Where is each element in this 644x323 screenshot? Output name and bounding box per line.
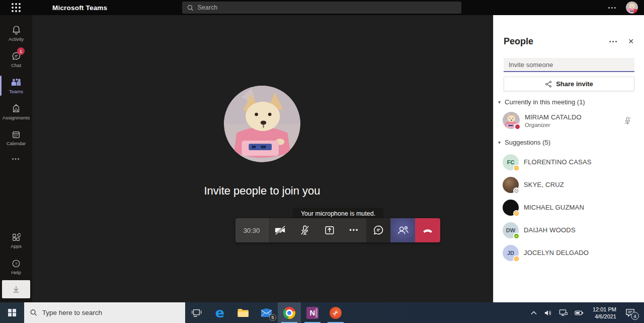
mail-unread-badge: 5 [269,314,276,321]
app-rail: Activity 1 Chat Teams Assignments Calend… [0,15,32,302]
invite-heading: Invite people to join you [162,184,363,198]
status-available-icon [513,233,520,239]
suggestion-row[interactable]: FC FLORENTINO CASAS [494,151,644,173]
participant-row-organizer[interactable]: MIRIAM CATALDO Organizer [494,111,644,130]
windows-taskbar: e 5 N ✂ 12:01 PM 4/6/2021 4 [0,302,644,323]
sidebar-item-teams[interactable]: Teams [0,73,32,99]
edge-button[interactable]: e [208,302,231,323]
mic-off-icon [299,225,310,236]
search-icon [187,5,194,11]
tray-chevron-up-icon[interactable] [531,311,537,315]
volume-icon[interactable] [544,309,552,316]
hangup-button[interactable] [415,218,440,242]
status-away-icon [513,255,520,262]
status-busy-icon [514,123,521,130]
windows-logo-icon [8,309,16,317]
suggestion-row[interactable]: SKYE, CRUZ [494,173,644,196]
file-explorer-button[interactable] [231,302,255,323]
avatar [503,200,519,216]
share-screen-button[interactable] [317,218,342,242]
meeting-chat-icon [372,224,384,236]
teams-titlebar: Microsoft Teams ••• [0,0,644,15]
avatar [503,177,519,193]
calendar-icon [12,130,21,139]
taskbar-search-input[interactable] [42,309,179,316]
meeting-participant-avatar [224,86,300,162]
rail-more-button[interactable]: ••• [12,151,21,166]
mail-button[interactable]: 5 [255,302,278,323]
chrome-icon [283,307,295,319]
busy-presence-dot [633,9,638,14]
snipping-tool-button[interactable]: ✂ [324,302,347,323]
meeting-toolbar: 30:30 ••• [235,218,440,242]
people-icon [396,225,410,236]
action-center-button[interactable]: 4 [625,308,639,317]
sidebar-item-apps[interactable]: Apps [0,228,32,254]
topbar-more-button[interactable]: ••• [608,5,617,11]
notification-count-badge: 4 [631,312,639,320]
collapse-caret-icon: ▾ [498,140,501,145]
avatar: FC [503,154,519,170]
sidebar-item-calendar[interactable]: Calendar [0,125,32,151]
camera-off-button[interactable] [268,218,293,242]
battery-icon[interactable] [575,310,584,316]
teams-search-box[interactable] [182,2,461,14]
avatar-photo [224,86,300,162]
invite-someone-input[interactable] [504,58,634,72]
network-icon[interactable] [559,309,568,316]
participant-role: Organizer [525,122,582,128]
clock-date: 4/6/2021 [593,313,616,320]
people-panel: People ••• ✕ Share invite ▾ Currently in… [493,15,644,302]
apps-icon [12,233,21,242]
collapse-caret-icon: ▾ [498,99,501,105]
share-icon [545,81,552,88]
more-actions-button[interactable]: ••• [342,218,366,242]
panel-close-button[interactable]: ✕ [628,37,634,45]
task-view-icon [191,308,202,318]
suggestion-row[interactable]: DW DAIJAH WOODS [494,219,644,241]
system-tray: 12:01 PM 4/6/2021 4 [531,302,644,323]
snipping-tool-icon: ✂ [330,307,342,319]
chat-toggle-button[interactable] [366,218,390,242]
taskbar-search-box[interactable] [24,302,185,323]
teams-search-input[interactable] [198,4,457,11]
hangup-icon [421,225,434,236]
backpack-icon [12,104,21,113]
camera-off-icon [274,225,287,236]
sidebar-item-help[interactable]: ? Help [0,254,32,280]
mic-off-button[interactable] [293,218,317,242]
people-toggle-button[interactable] [390,218,415,242]
share-screen-icon [324,225,335,236]
onenote-button[interactable]: N [301,302,324,323]
chrome-button[interactable] [278,302,301,323]
start-button[interactable] [0,302,24,323]
suggestion-row[interactable]: MICHAEL GUZMAN [494,196,644,219]
avatar: DW [503,222,519,238]
meeting-stage: Invite people to join you Your microphon… [32,15,493,302]
user-avatar[interactable] [626,2,638,14]
clock-time: 12:01 PM [593,306,616,313]
task-view-button[interactable] [185,302,208,323]
suggestion-row[interactable]: JD JOCELYN DELGADO [494,241,644,264]
share-invite-button[interactable]: Share invite [504,77,634,91]
status-away-icon [513,210,520,217]
app-title: Microsoft Teams [52,4,107,12]
status-offline-icon [513,187,520,194]
sidebar-item-activity[interactable]: Activity [0,20,32,46]
sidebar-item-assignments[interactable]: Assignments [0,99,32,125]
avatar: JD [503,245,519,261]
sidebar-item-chat[interactable]: 1 Chat [0,46,32,73]
section-suggestions[interactable]: ▾ Suggestions (5) [494,138,644,146]
file-explorer-icon [237,308,250,318]
svg-text:?: ? [15,262,18,266]
section-currently-in-meeting[interactable]: ▾ Currently in this meeting (1) [494,98,644,106]
app-launcher-button[interactable] [0,3,32,12]
download-desktop-app-button[interactable] [2,280,30,298]
taskbar-clock[interactable]: 12:01 PM 4/6/2021 [591,306,618,320]
people-panel-title: People [504,36,533,47]
chat-unread-badge: 1 [17,47,25,55]
status-away-icon [513,165,520,171]
participant-name: MIRIAM CATALDO [525,113,582,121]
panel-more-button[interactable]: ••• [609,38,618,44]
bell-icon [12,25,21,35]
